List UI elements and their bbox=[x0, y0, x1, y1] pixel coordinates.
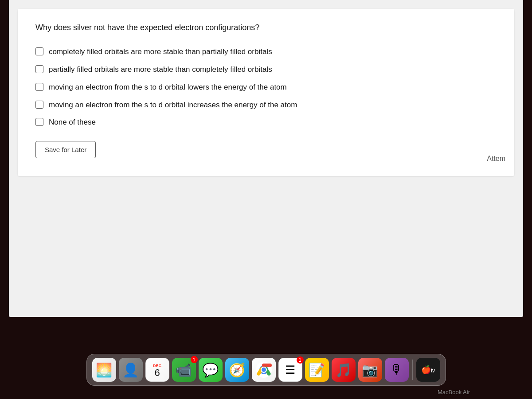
calendar-day: 6 bbox=[154, 368, 160, 378]
option-label-4: moving an electron from the s to d orbit… bbox=[49, 100, 297, 110]
option-item-4[interactable]: moving an electron from the s to d orbit… bbox=[35, 100, 497, 110]
option-checkbox-3[interactable] bbox=[35, 83, 43, 91]
reminders-icon: ☰ bbox=[285, 363, 295, 377]
dock-app-reminders[interactable]: 1☰ bbox=[278, 358, 302, 382]
dock-app-notes[interactable]: 📝 bbox=[305, 358, 329, 382]
option-item-2[interactable]: partially filled orbitals are more stabl… bbox=[35, 64, 497, 75]
options-list: completely filled orbitals are more stab… bbox=[35, 47, 497, 128]
dock-separator bbox=[412, 360, 413, 380]
safari-icon: 🧭 bbox=[229, 362, 245, 378]
music-icon: 🎵 bbox=[335, 362, 352, 378]
option-checkbox-4[interactable] bbox=[35, 101, 43, 109]
facetime-icon: 📹 bbox=[176, 362, 192, 378]
option-checkbox-1[interactable] bbox=[35, 47, 43, 55]
option-label-5: None of these bbox=[49, 117, 96, 128]
dock-app-facetime[interactable]: 1📹 bbox=[172, 358, 196, 382]
photobooth-icon: 📷 bbox=[362, 362, 378, 378]
podcasts-icon: 🎙 bbox=[390, 362, 403, 377]
option-label-3: moving an electron from the s to d orbit… bbox=[49, 82, 287, 93]
calendar-icon-content: DEC 6 bbox=[146, 358, 169, 381]
option-label-1: completely filled orbitals are more stab… bbox=[49, 47, 272, 57]
dock-app-appletv[interactable]: 🍎tv bbox=[416, 358, 440, 382]
dock-app-chrome[interactable] bbox=[252, 358, 276, 382]
question-card: Why does silver not have the expected el… bbox=[18, 9, 514, 176]
dock: 🌅👤 DEC 6 1📹💬🧭 1☰📝🎵📷🎙 🍎tv bbox=[86, 354, 446, 386]
photos-icon: 🌅 bbox=[96, 362, 112, 378]
save-for-later-button[interactable]: Save for Later bbox=[35, 141, 96, 158]
option-label-2: partially filled orbitals are more stabl… bbox=[49, 64, 272, 75]
option-item-3[interactable]: moving an electron from the s to d orbit… bbox=[35, 82, 497, 93]
dock-area: 🌅👤 DEC 6 1📹💬🧭 1☰📝🎵📷🎙 🍎tv bbox=[0, 354, 532, 386]
dock-app-safari[interactable]: 🧭 bbox=[225, 358, 249, 382]
question-text: Why does silver not have the expected el… bbox=[35, 22, 497, 33]
option-item-5[interactable]: None of these bbox=[35, 117, 497, 128]
macbook-air-label: MacBook Air bbox=[438, 389, 470, 395]
dock-app-photobooth[interactable]: 📷 bbox=[358, 358, 382, 382]
option-item-1[interactable]: completely filled orbitals are more stab… bbox=[35, 47, 497, 57]
option-checkbox-5[interactable] bbox=[35, 118, 43, 126]
svg-point-3 bbox=[262, 368, 266, 372]
dock-app-podcasts[interactable]: 🎙 bbox=[385, 358, 409, 382]
attempt-label: Attem bbox=[487, 155, 505, 163]
option-checkbox-2[interactable] bbox=[35, 65, 43, 73]
dock-app-music[interactable]: 🎵 bbox=[332, 358, 356, 382]
messages-icon: 💬 bbox=[202, 362, 219, 378]
apple-tv-icon: 🍎tv bbox=[421, 365, 435, 375]
contacts-icon: 👤 bbox=[122, 362, 139, 378]
dock-app-messages[interactable]: 💬 bbox=[199, 358, 223, 382]
notes-icon: 📝 bbox=[309, 362, 325, 378]
chrome-icon bbox=[256, 362, 272, 378]
dock-app-contacts[interactable]: 👤 bbox=[119, 358, 143, 382]
dock-app-photos[interactable]: 🌅 bbox=[92, 358, 116, 382]
main-content-area: Why does silver not have the expected el… bbox=[9, 0, 523, 317]
dock-app-calendar[interactable]: DEC 6 bbox=[145, 358, 169, 382]
